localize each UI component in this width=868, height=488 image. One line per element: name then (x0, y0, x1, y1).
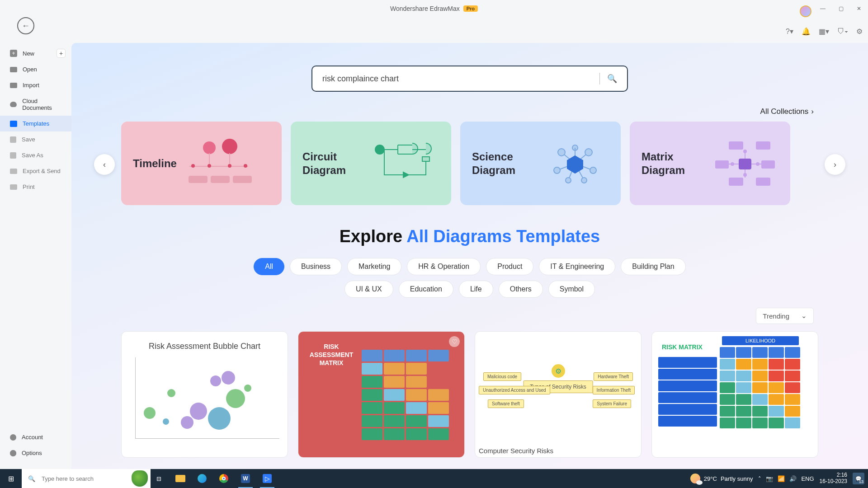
sidebar-item-label: Save (22, 136, 35, 143)
circuit-graphic (372, 139, 439, 188)
action-center-button[interactable]: 💬13 (853, 473, 864, 484)
all-collections-link[interactable]: All Collections › (71, 107, 814, 116)
templates-icon (10, 121, 17, 127)
filter-pill-symbol[interactable]: Symbol (548, 281, 595, 298)
matrix-graphic (711, 139, 778, 188)
matrix-header: LIKELIHOOD (722, 336, 799, 345)
search-box[interactable]: 🔍 (311, 66, 628, 92)
template-card-bubble[interactable]: Risk Assessment Bubble Chart (121, 331, 288, 458)
template-card-matrix[interactable]: ♡ RISK ASSESSMENT MATRIX (298, 331, 465, 458)
clock[interactable]: 2:16 16-10-2023 (820, 472, 847, 485)
risk-matrix-grid (720, 347, 800, 428)
system-tray[interactable]: ˄ 📷 📶 🔊 ENG (758, 475, 814, 482)
sidebar-item-print[interactable]: Print (0, 179, 71, 195)
chrome-icon[interactable] (213, 469, 235, 488)
plus-square-icon: + (10, 50, 17, 57)
filter-pill-product[interactable]: Product (486, 258, 533, 275)
edge-icon[interactable] (191, 469, 213, 488)
clock-time: 2:16 (820, 472, 847, 479)
filter-pill-life[interactable]: Life (459, 281, 493, 298)
timeline-graphic (186, 139, 254, 188)
svg-point-14 (581, 178, 587, 183)
grid-icon[interactable]: ▦▾ (819, 27, 829, 36)
template-caption: Computer Security Risks (479, 447, 553, 455)
chevron-right-icon: › (811, 107, 814, 116)
sidebar-item-account[interactable]: Account (0, 429, 71, 445)
sidebar-item-export[interactable]: Export & Send (0, 163, 71, 179)
category-card-circuit[interactable]: Circuit Diagram (291, 122, 451, 205)
bell-icon[interactable]: 🔔 (802, 27, 811, 36)
sidebar-item-open[interactable]: Open (0, 61, 71, 77)
main-area: 🔍 All Collections › ‹ Timeline (71, 43, 868, 472)
sidebar-item-templates[interactable]: Templates (0, 116, 71, 131)
filter-pill-hr[interactable]: HR & Operation (407, 258, 481, 275)
template-card-riskmatrix[interactable]: RISK MATRIX LIKELIHOOD (651, 331, 818, 458)
filter-pill-business[interactable]: Business (290, 258, 342, 275)
gear-icon (10, 450, 16, 456)
filter-pill-marketing[interactable]: Marketing (347, 258, 401, 275)
volume-icon[interactable]: 🔊 (789, 475, 797, 482)
edrawmax-icon[interactable]: ▷ (256, 469, 278, 488)
template-card-security[interactable]: ⚙ Types of Security Risks Malicious code… (475, 331, 642, 458)
weather-icon (690, 474, 700, 483)
notification-count: 13 (859, 479, 863, 484)
back-button[interactable]: ← (17, 17, 34, 34)
sidebar-item-new[interactable]: + New + (0, 45, 71, 61)
tray-chevron-icon[interactable]: ˄ (758, 475, 761, 482)
filter-pill-it[interactable]: IT & Engineering (539, 258, 615, 275)
close-button[interactable]: ✕ (850, 2, 868, 15)
sort-label: Trending (763, 312, 789, 320)
export-icon (10, 169, 17, 174)
task-view-button[interactable]: ⊟ (148, 469, 170, 488)
sidebar-item-import[interactable]: Import (0, 77, 71, 93)
template-title: RISK MATRIX (662, 343, 703, 351)
sidebar-item-cloud[interactable]: Cloud Documents (0, 93, 71, 116)
avatar[interactable] (800, 5, 811, 17)
sidebar-item-label: Export & Send (23, 168, 61, 174)
search-icon[interactable]: 🔍 (607, 74, 617, 84)
category-card-science[interactable]: Science Diagram (460, 122, 621, 205)
file-explorer-icon[interactable] (170, 469, 191, 488)
category-card-timeline[interactable]: Timeline (121, 122, 282, 205)
sort-row: Trending ⌄ (71, 308, 814, 324)
word-icon[interactable]: W (235, 469, 256, 488)
start-button[interactable]: ⊞ (0, 474, 22, 483)
filter-pill-others[interactable]: Others (499, 281, 543, 298)
matrix-grid-graphic (362, 350, 449, 440)
taskbar-apps: ⊟ W ▷ (148, 469, 278, 488)
search-input[interactable] (322, 74, 592, 84)
svg-point-10 (585, 149, 592, 156)
category-title: Circuit Diagram (302, 150, 363, 177)
sidebar-item-save[interactable]: Save (0, 131, 71, 147)
category-card-matrix[interactable]: Matrix Diagram (630, 122, 790, 205)
svg-rect-18 (729, 141, 743, 150)
sort-dropdown[interactable]: Trending ⌄ (756, 308, 814, 324)
meet-now-icon[interactable]: 📷 (766, 475, 773, 482)
new-plus-button[interactable]: + (57, 49, 65, 57)
app-title-text: Wondershare EdrawMax (390, 5, 460, 12)
sidebar-item-options[interactable]: Options (0, 445, 71, 461)
filter-pill-all[interactable]: All (254, 258, 284, 275)
folder-icon (10, 67, 17, 72)
weather-widget[interactable]: 29°C Partly sunny (690, 474, 753, 483)
tag-icon[interactable]: ⛉▾ (837, 28, 848, 36)
sidebar-item-label: Cloud Documents (22, 98, 61, 111)
category-title: Science Diagram (472, 150, 532, 177)
help-icon[interactable]: ?▾ (786, 27, 793, 36)
filter-pill-uiux[interactable]: UI & UX (344, 281, 393, 298)
language-indicator[interactable]: ENG (801, 475, 814, 482)
category-next-button[interactable]: › (825, 154, 845, 175)
wifi-icon[interactable]: 📶 (778, 475, 785, 482)
mindmap-node: System Failure (593, 399, 631, 408)
favorite-icon[interactable]: ♡ (449, 336, 460, 347)
filter-pill-education[interactable]: Education (399, 281, 453, 298)
maximize-button[interactable]: ▢ (832, 2, 850, 15)
svg-rect-22 (729, 178, 743, 186)
minimize-button[interactable]: — (814, 2, 832, 15)
category-prev-button[interactable]: ‹ (94, 154, 115, 175)
titlebar: Wondershare EdrawMax Pro — ▢ ✕ (0, 0, 868, 17)
settings-icon[interactable]: ⚙ (856, 27, 863, 36)
sidebar-item-saveas[interactable]: Save As (0, 147, 71, 163)
template-row: Risk Assessment Bubble Chart ♡ RISK ASSE… (121, 331, 818, 458)
filter-pill-building[interactable]: Building Plan (621, 258, 685, 275)
